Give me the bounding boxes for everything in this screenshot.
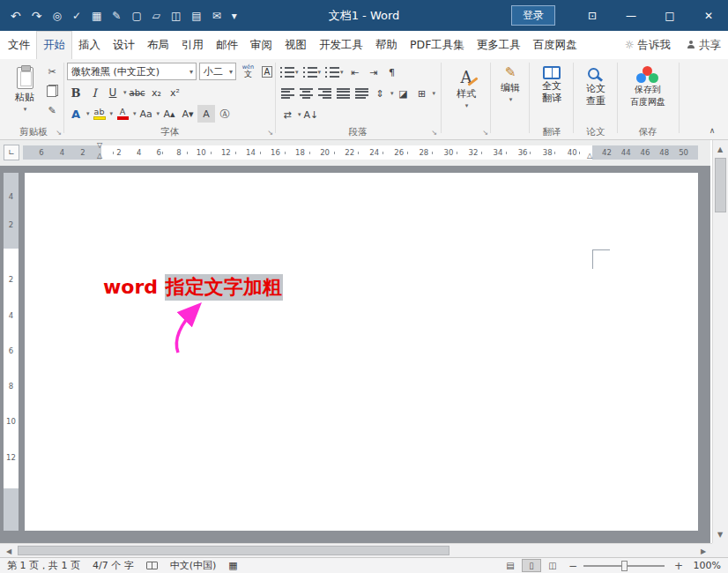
open-file-icon[interactable]: ▱ (152, 11, 160, 21)
tab-baidu-netdisk[interactable]: 百度网盘 (527, 31, 583, 59)
phonetic-guide-button[interactable]: wén 文 (239, 63, 257, 80)
cut-button[interactable]: ✂ (44, 63, 60, 79)
proofing-status-button[interactable] (146, 560, 158, 571)
scroll-right-button[interactable]: ▶ (696, 544, 710, 558)
read-mode-button[interactable]: ▤ (501, 559, 520, 572)
borders-dropdown-icon[interactable]: ▾ (433, 90, 436, 97)
sort-button[interactable]: A↓ (302, 106, 321, 123)
font-color-dropdown-icon[interactable]: ▾ (133, 110, 137, 117)
paragraph-dialog-launcher[interactable]: ↘ (431, 130, 437, 137)
share-button[interactable]: 共享 (687, 38, 721, 53)
tell-me-button[interactable]: ☼ 告诉我 (625, 38, 671, 53)
editing-button[interactable]: ✎ 编辑 ▾ (494, 62, 527, 103)
text-highlight-color-button[interactable]: ab (91, 105, 108, 123)
distribute-button[interactable] (353, 85, 370, 102)
print-icon[interactable]: ▤ (191, 11, 201, 21)
font-size-combo[interactable]: 小二 ▾ (199, 63, 236, 80)
underline-dropdown-icon[interactable]: ▾ (123, 89, 127, 96)
maximize-button[interactable]: □ (650, 0, 689, 31)
enclose-characters-button[interactable]: Ⓐ (216, 105, 234, 123)
italic-button[interactable]: I (85, 84, 103, 101)
full-text-translate-button[interactable]: 全文 翻译 (532, 62, 571, 104)
new-document-icon[interactable]: ▢ (131, 11, 141, 21)
increase-indent-button[interactable]: ⇥ (365, 63, 383, 81)
undo-icon[interactable]: ↶ (11, 10, 21, 22)
vertical-scrollbar[interactable]: ▲ ▼ (712, 140, 728, 543)
scroll-up-button[interactable]: ▲ (713, 142, 727, 156)
multilevel-list-button[interactable]: ▾ (323, 63, 345, 81)
horizontal-scrollbar-thumb[interactable] (18, 546, 449, 555)
superscript-button[interactable]: x² (167, 84, 184, 101)
decrease-indent-button[interactable]: ⇤ (346, 63, 364, 81)
login-button[interactable]: 登录 (511, 5, 555, 26)
vertical-scrollbar-thumb[interactable] (715, 158, 726, 212)
font-color-button[interactable]: A (114, 105, 131, 123)
change-case-button[interactable]: Aa (137, 105, 155, 123)
right-indent-marker[interactable]: △ (587, 153, 592, 160)
align-left-button[interactable] (279, 85, 296, 102)
font-dialog-launcher[interactable]: ↘ (267, 130, 273, 137)
asian-layout-dropdown-icon[interactable]: ▾ (298, 111, 301, 118)
draw-table-icon[interactable]: ▦ (92, 11, 101, 21)
text-effects-button[interactable]: A (67, 105, 85, 123)
zoom-slider-thumb[interactable] (621, 561, 628, 571)
horizontal-scrollbar[interactable]: ◀ ▶ (0, 543, 712, 557)
tab-insert[interactable]: 插入 (72, 31, 107, 59)
borders-button[interactable]: ⊞ (413, 85, 431, 102)
align-right-button[interactable] (316, 85, 333, 102)
horizontal-ruler[interactable]: 642 246810121416182022242628303234363840… (23, 145, 698, 160)
styles-button[interactable]: A 样式 ▾ (444, 62, 488, 109)
save-to-baidu-button[interactable]: 保存到 百度网盘 (620, 62, 675, 108)
save-icon[interactable]: ◫ (171, 11, 181, 21)
highlight-dropdown-icon[interactable]: ▾ (110, 110, 114, 117)
change-case-dropdown-icon[interactable]: ▾ (157, 110, 160, 117)
print-layout-button[interactable]: ▯ (522, 559, 541, 572)
show-marks-button[interactable]: ¶ (383, 63, 401, 81)
hanging-indent-marker[interactable]: △ (97, 153, 102, 160)
customize-qat-chevron-icon[interactable]: ▾ (232, 11, 237, 21)
redo-icon[interactable]: ↷ (32, 10, 42, 22)
zoom-in-button[interactable]: + (672, 560, 686, 572)
collapse-ribbon-button[interactable]: ∧ (703, 124, 721, 137)
asian-layout-button[interactable]: ⇄ (279, 106, 296, 123)
word-count-indicator[interactable]: 4/7 个 字 (93, 559, 134, 572)
ribbon-display-options-button[interactable]: ⊡ (573, 0, 612, 31)
close-button[interactable]: ✕ (689, 0, 728, 31)
tab-pdf-tools[interactable]: PDF工具集 (404, 31, 471, 59)
paper-check-button[interactable]: 论文 查重 (576, 62, 615, 107)
first-line-indent-marker[interactable]: ▽ (97, 142, 102, 149)
text-run-plain[interactable]: word (103, 276, 165, 298)
subscript-button[interactable]: x₂ (148, 84, 166, 101)
align-center-button[interactable] (297, 85, 315, 102)
language-indicator[interactable]: 中文(中国) (170, 559, 217, 572)
vertical-ruler[interactable]: 42 24681012 (4, 173, 19, 531)
tab-layout[interactable]: 布局 (141, 31, 175, 59)
line-spacing-dropdown-icon[interactable]: ▾ (390, 90, 394, 97)
tab-mailings[interactable]: 邮件 (210, 31, 244, 59)
font-name-combo[interactable]: 微软雅黑 (中文正文) ▾ (67, 63, 197, 80)
tab-more-tools[interactable]: 更多工具 (471, 31, 527, 59)
document-page[interactable] (25, 173, 698, 531)
tab-review[interactable]: 审阅 (244, 31, 279, 59)
underline-button[interactable]: U (104, 84, 122, 101)
numbering-button[interactable]: ▾ (301, 63, 323, 81)
styles-dialog-launcher[interactable]: ↘ (482, 130, 488, 137)
paste-button[interactable]: 粘贴 ▾ (5, 63, 44, 124)
line-spacing-button[interactable]: ⇕ (371, 85, 389, 102)
tab-references[interactable]: 引用 (175, 31, 210, 59)
print-preview-icon[interactable]: ◎ (52, 11, 61, 21)
tab-help[interactable]: 帮助 (369, 31, 404, 59)
shrink-font-button[interactable]: A▾ (179, 105, 197, 123)
character-border-button[interactable]: A (258, 63, 276, 80)
tab-design[interactable]: 设计 (107, 31, 141, 59)
shading-button[interactable]: ◪ (395, 85, 412, 102)
copy-button[interactable] (44, 83, 60, 99)
tab-file[interactable]: 文件 (2, 31, 36, 59)
strikethrough-button[interactable]: abc (128, 84, 147, 101)
tab-home[interactable]: 开始 (36, 31, 72, 59)
justify-button[interactable] (334, 85, 352, 102)
bullets-button[interactable]: ▾ (279, 63, 301, 81)
scroll-down-button[interactable]: ▼ (713, 527, 727, 541)
page-number-indicator[interactable]: 第 1 页，共 1 页 (7, 559, 80, 572)
ink-pen-icon[interactable]: ✎ (112, 11, 121, 21)
